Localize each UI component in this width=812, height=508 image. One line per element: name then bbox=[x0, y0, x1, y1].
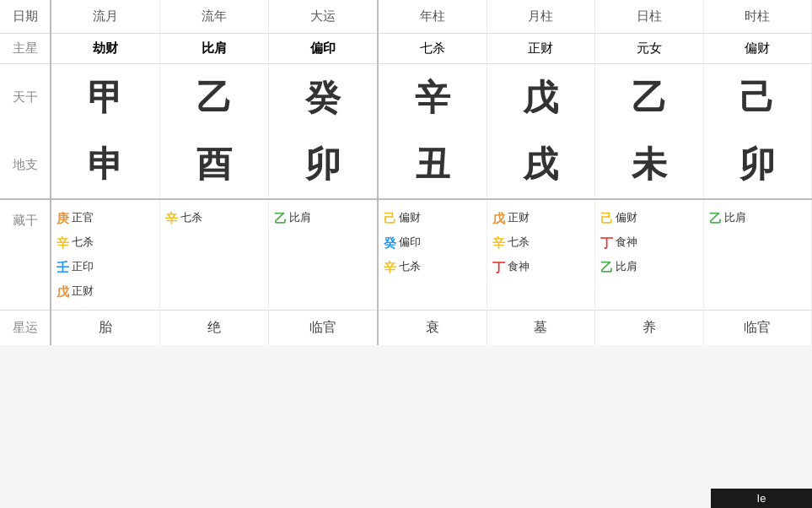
header-row: 日期 流月 流年 大运 年柱 月柱 日柱 时柱 bbox=[0, 0, 812, 34]
zhuxing-col6: 元女 bbox=[595, 34, 703, 64]
header-col4: 年柱 bbox=[378, 0, 487, 34]
tiangan-col7: 己 bbox=[703, 64, 812, 132]
tiangan-label: 天干 bbox=[0, 64, 51, 132]
zhuxing-label: 主星 bbox=[0, 34, 51, 64]
tiangan-col1: 甲 bbox=[51, 64, 160, 132]
xingyun-row: 星运 胎 绝 临官 衰 墓 养 临官 bbox=[0, 310, 812, 345]
xingyun-col5: 墓 bbox=[487, 310, 594, 345]
bottom-bar: Ie bbox=[711, 489, 812, 508]
header-col5: 月柱 bbox=[487, 0, 594, 34]
xingyun-col2: 绝 bbox=[160, 310, 268, 345]
zhuxing-row: 主星 劫财 比肩 偏印 七杀 正财 元女 偏财 bbox=[0, 34, 812, 64]
header-date: 日期 bbox=[0, 0, 51, 34]
tiangan-row: 天干 甲 乙 癸 辛 戊 乙 己 bbox=[0, 64, 812, 132]
tiangan-col4: 辛 bbox=[378, 64, 487, 132]
tiangan-col5: 戊 bbox=[487, 64, 594, 132]
xingyun-col6: 养 bbox=[595, 310, 703, 345]
zanggan-row: 藏干 庚正官 辛七杀 壬正印 戊正财 辛七杀 bbox=[0, 199, 812, 311]
dizhi-col2: 酉 bbox=[160, 132, 268, 199]
xingyun-col7: 临官 bbox=[703, 310, 812, 345]
zanggan-col1: 庚正官 辛七杀 壬正印 戊正财 bbox=[51, 199, 160, 311]
zanggan-col5: 戊正财 辛七杀 丁食神 bbox=[487, 199, 594, 311]
dizhi-col5: 戌 bbox=[487, 132, 594, 199]
header-col2: 流年 bbox=[160, 0, 268, 34]
xingyun-col4: 衰 bbox=[378, 310, 487, 345]
zanggan-col4: 己偏财 癸偏印 辛七杀 bbox=[378, 199, 487, 311]
tiangan-col6: 乙 bbox=[595, 64, 703, 132]
dizhi-col4: 丑 bbox=[378, 132, 487, 199]
header-col6: 日柱 bbox=[595, 0, 703, 34]
zanggan-col2: 辛七杀 bbox=[160, 199, 268, 311]
zhuxing-col3: 偏印 bbox=[268, 34, 378, 64]
dizhi-col7: 卯 bbox=[703, 132, 812, 199]
zhuxing-col1: 劫财 bbox=[51, 34, 160, 64]
zanggan-col6: 己偏财 丁食神 乙比肩 bbox=[595, 199, 703, 311]
zhuxing-col2: 比肩 bbox=[160, 34, 268, 64]
zanggan-col3: 乙比肩 bbox=[268, 199, 378, 311]
zhuxing-col5: 正财 bbox=[487, 34, 594, 64]
xingyun-col3: 临官 bbox=[268, 310, 378, 345]
zhuxing-col4: 七杀 bbox=[378, 34, 487, 64]
tiangan-col2: 乙 bbox=[160, 64, 268, 132]
dizhi-col3: 卯 bbox=[268, 132, 378, 199]
tiangan-col3: 癸 bbox=[268, 64, 378, 132]
dizhi-col6: 未 bbox=[595, 132, 703, 199]
dizhi-col1: 申 bbox=[51, 132, 160, 199]
header-col7: 时柱 bbox=[703, 0, 812, 34]
dizhi-row: 地支 申 酉 卯 丑 戌 未 卯 bbox=[0, 132, 812, 199]
zhuxing-col7: 偏财 bbox=[703, 34, 812, 64]
zanggan-col7: 乙比肩 bbox=[703, 199, 812, 311]
xingyun-label: 星运 bbox=[0, 310, 51, 345]
header-col3: 大运 bbox=[268, 0, 378, 34]
xingyun-col1: 胎 bbox=[51, 310, 160, 345]
header-col1: 流月 bbox=[51, 0, 160, 34]
dizhi-label: 地支 bbox=[0, 132, 51, 199]
main-table: 日期 流月 流年 大运 年柱 月柱 日柱 时柱 主星 劫财 比肩 偏印 七杀 正… bbox=[0, 0, 812, 345]
zanggan-label: 藏干 bbox=[0, 199, 51, 311]
